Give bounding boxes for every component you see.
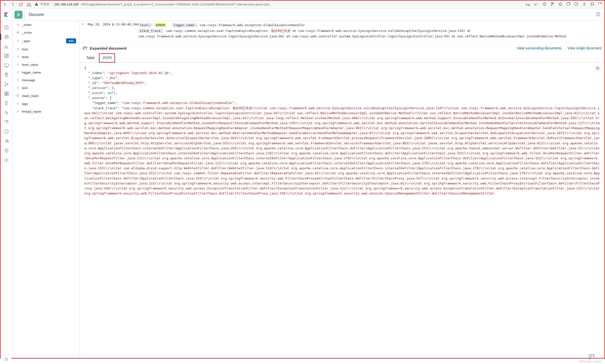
nav-uptime-icon[interactable] (2, 118, 10, 126)
field-item-_type[interactable]: t_typeadd (12, 36, 80, 45)
back-button[interactable] (2, 2, 7, 7)
field-label-stack: stack_trace: (138, 29, 164, 33)
svg-point-5 (4, 35, 8, 39)
doc-timestamp: May 26, 2024 @ 11:08:40.244 (88, 22, 135, 39)
field-item-host[interactable]: thost (12, 45, 80, 53)
field-label-level: level: (138, 23, 152, 27)
nav-monitoring-icon[interactable] (2, 147, 10, 155)
field-type-icon: t (16, 86, 19, 90)
nav-recent-icon[interactable] (2, 23, 10, 31)
field-type-icon: t (16, 71, 19, 74)
nav-dev-tools-icon[interactable] (2, 137, 10, 145)
field-name: host (22, 47, 28, 51)
forward-button[interactable] (10, 2, 15, 7)
field-value-logger: com.ruoyi.framework.web.exception.Global… (200, 23, 305, 27)
nav-apm-icon[interactable] (2, 109, 10, 117)
svg-rect-17 (4, 94, 6, 96)
reading-list-icon[interactable] (550, 2, 555, 7)
refresh-button[interactable] (18, 2, 23, 7)
svg-rect-10 (4, 64, 8, 66)
field-type-icon: t (16, 102, 19, 105)
json-viewer: { "_index": "springboot-logstash-2024.05… (80, 63, 605, 206)
field-name: _score (22, 31, 32, 34)
field-name: level_value (22, 63, 38, 67)
svg-point-11 (6, 74, 7, 75)
field-item-tags[interactable]: ttags (12, 100, 80, 108)
svg-point-12 (5, 83, 5, 83)
folder-open-icon (83, 46, 90, 51)
field-type-icon: t (16, 55, 19, 59)
breadcrumb: Discover (24, 8, 44, 21)
float-chat-icon[interactable] (588, 354, 595, 359)
field-name: _type (22, 39, 30, 43)
nav-siem-icon[interactable] (2, 128, 10, 136)
svg-rect-16 (6, 92, 8, 94)
field-item-stack_trace[interactable]: stack_trace (12, 92, 80, 100)
field-item-level_value[interactable]: tlevel_value (12, 61, 80, 69)
field-name: thread_name (22, 110, 41, 113)
nav-visualize-icon[interactable] (2, 42, 10, 50)
expand-toggle-icon[interactable] (80, 22, 85, 39)
field-type-icon (16, 94, 19, 98)
svg-point-2 (596, 12, 600, 16)
home-button[interactable] (26, 2, 31, 7)
address-bar[interactable]: 不安全 | 192.168.116.160:5601/app/kibana#/d… (34, 2, 523, 7)
svg-point-13 (5, 85, 5, 86)
text-size-icon[interactable]: Aり (534, 2, 539, 6)
history-icon[interactable] (574, 2, 579, 7)
space-selector[interactable]: D (14, 11, 22, 19)
field-item-message[interactable]: tmessage (12, 76, 80, 84)
tab-table[interactable]: Table (83, 53, 98, 62)
field-item-level[interactable]: tlevel (12, 53, 80, 61)
field-item-thread_name[interactable]: tthread_name (12, 108, 80, 115)
nav-logs-icon[interactable] (2, 99, 10, 107)
field-name: message (22, 78, 35, 82)
view-surrounding-link[interactable]: View surrounding documents (517, 46, 562, 50)
feedback-icon[interactable] (596, 13, 601, 17)
nav-metrics-icon[interactable] (2, 90, 10, 98)
kibana-header: D Discover (0, 8, 605, 21)
copy-json-button[interactable] (595, 65, 601, 72)
nav-dashboard-icon[interactable] (2, 52, 10, 60)
nav-ml-icon[interactable] (2, 80, 10, 88)
field-type-icon: t (16, 23, 19, 26)
field-type-icon: t (16, 39, 19, 43)
svg-rect-18 (6, 94, 8, 96)
field-type-icon: # (16, 31, 19, 34)
svg-rect-21 (597, 68, 599, 70)
favorite-icon[interactable] (542, 2, 547, 7)
collections-icon[interactable] (566, 2, 571, 7)
url-path: :5601/app/kibana#/discover?_g=()&_a=(col… (81, 2, 272, 6)
expanded-doc-header: Expanded document View surrounding docum… (80, 42, 605, 53)
field-name: logger_name (22, 71, 41, 74)
performance-icon[interactable] (598, 2, 603, 7)
reader-mode-icon[interactable]: aぁ (526, 2, 531, 7)
collapse-nav-button[interactable] (0, 355, 11, 359)
svg-rect-7 (7, 54, 8, 55)
favorites-bar-icon[interactable] (558, 2, 563, 7)
field-label-logger: logger_name: (172, 23, 197, 27)
field-item-_score[interactable]: #_score (12, 29, 80, 36)
field-name: _index (22, 23, 31, 27)
downloads-icon[interactable] (582, 2, 587, 7)
extensions-icon[interactable] (590, 2, 595, 7)
nav-discover-icon[interactable] (2, 33, 10, 41)
nav-management-icon[interactable] (2, 156, 10, 164)
side-nav (0, 21, 12, 358)
view-single-link[interactable]: View single document (568, 46, 602, 50)
field-type-icon: t (16, 48, 19, 51)
tab-json[interactable]: JSON (99, 53, 115, 63)
nav-canvas-icon[interactable] (2, 61, 10, 69)
field-name: stack_trace (22, 94, 38, 98)
fields-sidebar: t_index#_scoret_typeaddthosttleveltlevel… (12, 21, 80, 358)
kibana-logo[interactable] (0, 8, 12, 21)
svg-rect-6 (4, 54, 6, 56)
field-item-logger_name[interactable]: tlogger_name (12, 69, 80, 76)
nav-maps-icon[interactable] (2, 71, 10, 79)
expanded-doc-title: Expanded document (90, 46, 127, 50)
add-field-button[interactable]: add (66, 38, 76, 43)
field-name: port (22, 86, 27, 90)
field-item-port[interactable]: tport (12, 84, 80, 92)
field-name: tags (22, 102, 28, 106)
field-item-_index[interactable]: t_index (12, 21, 80, 29)
